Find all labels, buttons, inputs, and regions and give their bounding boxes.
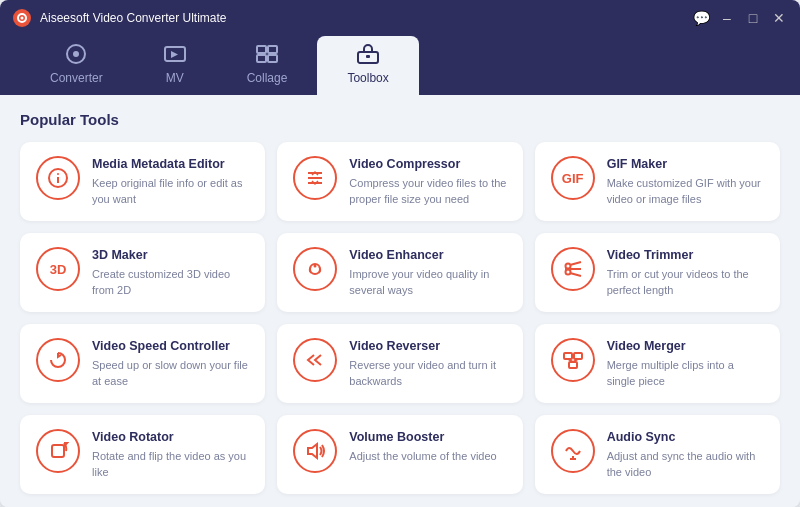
video-reverser-name: Video Reverser [349, 338, 506, 354]
video-rotator-name: Video Rotator [92, 429, 249, 445]
svg-rect-26 [574, 353, 582, 359]
tab-collage-label: Collage [247, 71, 288, 85]
gif-maker-icon: GIF [551, 156, 595, 200]
svg-point-19 [314, 265, 317, 268]
video-reverser-desc: Reverse your video and turn it backwards [349, 358, 506, 389]
tool-card-video-trimmer[interactable]: Video Trimmer Trim or cut your videos to… [535, 233, 780, 312]
collage-icon [255, 44, 279, 67]
close-btn[interactable]: ✕ [770, 11, 788, 25]
tab-converter-label: Converter [50, 71, 103, 85]
audio-sync-icon [551, 429, 595, 473]
tool-card-gif-maker[interactable]: GIF GIF Maker Make customized GIF with y… [535, 142, 780, 221]
tool-card-video-rotator[interactable]: Video Rotator Rotate and flip the video … [20, 415, 265, 494]
video-merger-icon [551, 338, 595, 382]
tab-toolbox-label: Toolbox [347, 71, 388, 85]
video-speed-desc: Speed up or slow down your file at ease [92, 358, 249, 389]
volume-booster-name: Volume Booster [349, 429, 506, 445]
video-reverser-info: Video Reverser Reverse your video and tu… [349, 338, 506, 389]
video-merger-desc: Merge multiple clips into a single piece [607, 358, 764, 389]
tab-toolbox[interactable]: Toolbox [317, 36, 418, 95]
svg-rect-8 [257, 55, 266, 62]
window-controls: 💬 – □ ✕ [692, 11, 788, 25]
converter-icon [64, 44, 88, 67]
gif-maker-info: GIF Maker Make customized GIF with your … [607, 156, 764, 207]
3d-maker-desc: Create customized 3D video from 2D [92, 267, 249, 298]
svg-line-23 [570, 262, 581, 265]
tool-card-video-enhancer[interactable]: Video Enhancer Improve your video qualit… [277, 233, 522, 312]
tool-card-video-merger[interactable]: Video Merger Merge multiple clips into a… [535, 324, 780, 403]
video-rotator-desc: Rotate and flip the video as you like [92, 449, 249, 480]
svg-rect-7 [268, 46, 277, 53]
chat-btn[interactable]: 💬 [692, 11, 710, 25]
video-trimmer-info: Video Trimmer Trim or cut your videos to… [607, 247, 764, 298]
media-metadata-name: Media Metadata Editor [92, 156, 249, 172]
video-enhancer-desc: Improve your video quality in several wa… [349, 267, 506, 298]
svg-point-22 [565, 270, 570, 275]
media-metadata-icon [36, 156, 80, 200]
maximize-btn[interactable]: □ [744, 11, 762, 25]
tool-card-audio-sync[interactable]: Audio Sync Adjust and sync the audio wit… [535, 415, 780, 494]
tool-card-volume-booster[interactable]: Volume Booster Adjust the volume of the … [277, 415, 522, 494]
video-rotator-info: Video Rotator Rotate and flip the video … [92, 429, 249, 480]
video-compressor-icon [293, 156, 337, 200]
audio-sync-desc: Adjust and sync the audio with the video [607, 449, 764, 480]
svg-line-24 [570, 273, 581, 276]
svg-rect-27 [569, 362, 577, 368]
tool-card-3d-maker[interactable]: 3D 3D Maker Create customized 3D video f… [20, 233, 265, 312]
title-bar: Aiseesoft Video Converter Ultimate 💬 – □… [0, 0, 800, 36]
video-trimmer-icon [551, 247, 595, 291]
video-reverser-icon [293, 338, 337, 382]
3d-maker-name: 3D Maker [92, 247, 249, 263]
video-compressor-info: Video Compressor Compress your video fil… [349, 156, 506, 207]
video-enhancer-info: Video Enhancer Improve your video qualit… [349, 247, 506, 298]
minimize-btn[interactable]: – [718, 11, 736, 25]
volume-booster-desc: Adjust the volume of the video [349, 449, 506, 464]
svg-point-4 [73, 51, 79, 57]
app-logo [12, 8, 32, 28]
main-content: Popular Tools Media Metadata Editor Keep… [0, 95, 800, 507]
svg-point-21 [565, 264, 570, 269]
tool-card-video-compressor[interactable]: Video Compressor Compress your video fil… [277, 142, 522, 221]
3d-maker-info: 3D Maker Create customized 3D video from… [92, 247, 249, 298]
svg-marker-31 [308, 444, 317, 458]
svg-point-14 [57, 173, 59, 175]
volume-booster-info: Volume Booster Adjust the volume of the … [349, 429, 506, 465]
volume-booster-icon [293, 429, 337, 473]
video-merger-name: Video Merger [607, 338, 764, 354]
audio-sync-name: Audio Sync [607, 429, 764, 445]
svg-rect-9 [268, 55, 277, 62]
video-compressor-name: Video Compressor [349, 156, 506, 172]
tools-grid: Media Metadata Editor Keep original file… [20, 142, 780, 494]
video-speed-name: Video Speed Controller [92, 338, 249, 354]
toolbox-icon [356, 44, 380, 67]
svg-rect-25 [564, 353, 572, 359]
svg-rect-6 [257, 46, 266, 53]
video-merger-info: Video Merger Merge multiple clips into a… [607, 338, 764, 389]
svg-rect-30 [52, 445, 64, 457]
nav-bar: Converter MV Collage [0, 36, 800, 95]
tab-collage[interactable]: Collage [217, 36, 318, 95]
app-title: Aiseesoft Video Converter Ultimate [40, 11, 692, 25]
mv-icon [163, 44, 187, 67]
media-metadata-info: Media Metadata Editor Keep original file… [92, 156, 249, 207]
3d-maker-icon: 3D [36, 247, 80, 291]
video-rotator-icon [36, 429, 80, 473]
tab-mv-label: MV [166, 71, 184, 85]
section-title: Popular Tools [20, 111, 780, 128]
tab-mv[interactable]: MV [133, 36, 217, 95]
tab-converter[interactable]: Converter [20, 36, 133, 95]
audio-sync-info: Audio Sync Adjust and sync the audio wit… [607, 429, 764, 480]
media-metadata-desc: Keep original file info or edit as you w… [92, 176, 249, 207]
video-speed-icon [36, 338, 80, 382]
video-speed-info: Video Speed Controller Speed up or slow … [92, 338, 249, 389]
svg-point-2 [21, 17, 24, 20]
video-enhancer-icon [293, 247, 337, 291]
tool-card-media-metadata[interactable]: Media Metadata Editor Keep original file… [20, 142, 265, 221]
app-window: Aiseesoft Video Converter Ultimate 💬 – □… [0, 0, 800, 507]
tool-card-video-reverser[interactable]: Video Reverser Reverse your video and tu… [277, 324, 522, 403]
video-compressor-desc: Compress your video files to the proper … [349, 176, 506, 207]
video-trimmer-desc: Trim or cut your videos to the perfect l… [607, 267, 764, 298]
gif-maker-desc: Make customized GIF with your video or i… [607, 176, 764, 207]
tool-card-video-speed[interactable]: Video Speed Controller Speed up or slow … [20, 324, 265, 403]
video-enhancer-name: Video Enhancer [349, 247, 506, 263]
